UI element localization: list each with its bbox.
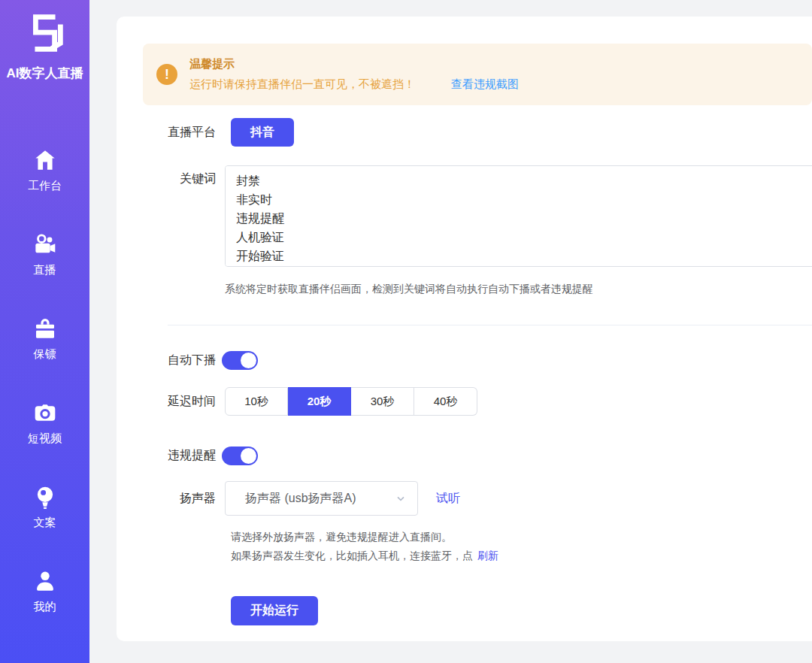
app-title: AI数字人直播 <box>7 65 83 82</box>
delay-label: 延迟时间 <box>168 394 216 410</box>
auto-stop-label: 自动下播 <box>168 353 216 368</box>
sidebar-item-mine[interactable]: 我的 <box>33 569 57 614</box>
auto-stop-toggle[interactable] <box>222 351 258 370</box>
banner-title: 温馨提示 <box>189 57 519 71</box>
view-violation-screenshot-link[interactable]: 查看违规截图 <box>451 77 519 92</box>
platform-row: 直播平台 抖音 <box>168 118 812 147</box>
sidebar-item-label: 我的 <box>34 600 56 614</box>
sidebar-item-label: 短视频 <box>28 431 62 446</box>
home-icon <box>33 148 57 172</box>
start-run-button[interactable]: 开始运行 <box>231 596 318 625</box>
keywords-label: 关键词 <box>168 165 216 187</box>
sidebar-item-label: 直播 <box>34 263 56 277</box>
delay-option-40s[interactable]: 40秒 <box>414 387 477 416</box>
speaker-label: 扬声器 <box>168 491 216 507</box>
violation-alert-row: 违规提醒 <box>168 447 812 465</box>
briefcase-icon <box>33 316 57 341</box>
sidebar-item-bodyguard[interactable]: 保镖 <box>33 316 57 362</box>
keywords-row: 关键词 封禁 非实时 违规提醒 人机验证 开始验证 <box>168 165 812 270</box>
sidebar-item-shortvideo[interactable]: 短视频 <box>28 401 62 446</box>
sidebar-item-live[interactable]: 直播 <box>33 232 57 277</box>
keywords-textarea[interactable]: 封禁 非实时 违规提醒 人机验证 开始验证 <box>225 165 812 267</box>
delay-option-20s[interactable]: 20秒 <box>288 387 351 416</box>
speaker-hint-line2: 如果扬声器发生变化，比如插入耳机，连接蓝牙，点 刷新 <box>231 546 812 565</box>
refresh-link[interactable]: 刷新 <box>477 549 498 562</box>
violation-alert-label: 违规提醒 <box>168 448 216 464</box>
sidebar-item-label: 文案 <box>34 516 56 530</box>
sidebar-item-label: 工作台 <box>28 179 62 193</box>
app-logo-icon <box>22 11 68 57</box>
user-icon <box>33 569 57 593</box>
platform-label: 直播平台 <box>168 125 216 141</box>
sidebar-item-copywriting[interactable]: 文案 <box>33 485 57 530</box>
speaker-hint-line1: 请选择外放扬声器，避免违规提醒进入直播间。 <box>231 528 812 546</box>
delay-options-group: 10秒 20秒 30秒 40秒 <box>225 387 477 416</box>
speaker-row: 扬声器 扬声器 (usb扬声器A) 试听 <box>168 481 812 516</box>
banner-message: 运行时请保持直播伴侣一直可见，不被遮挡！ <box>189 77 415 92</box>
camera-icon <box>33 401 57 425</box>
delay-option-10s[interactable]: 10秒 <box>225 387 288 416</box>
keywords-hint: 系统将定时获取直播伴侣画面，检测到关键词将自动执行自动下播或者违规提醒 <box>225 283 812 296</box>
delay-option-30s[interactable]: 30秒 <box>351 387 414 416</box>
speaker-select[interactable]: 扬声器 (usb扬声器A) <box>225 481 418 516</box>
sidebar-item-workbench[interactable]: 工作台 <box>28 148 62 193</box>
sidebar-item-label: 保镖 <box>34 347 56 362</box>
section-divider <box>168 325 812 325</box>
speaker-select-value: 扬声器 (usb扬声器A) <box>245 491 395 507</box>
chevron-down-icon <box>395 492 407 504</box>
platform-douyin-button[interactable]: 抖音 <box>231 118 294 147</box>
warning-banner: ! 温馨提示 运行时请保持直播伴侣一直可见，不被遮挡！ 查看违规截图 <box>143 44 812 105</box>
delay-row: 延迟时间 10秒 20秒 30秒 40秒 <box>168 387 812 416</box>
sidebar-nav: 工作台 直播 保镖 短视频 <box>28 148 62 653</box>
auto-stop-row: 自动下播 <box>168 351 812 370</box>
violation-alert-toggle[interactable] <box>222 447 258 465</box>
video-camera-icon <box>33 232 57 256</box>
warning-icon: ! <box>156 64 177 85</box>
speaker-hint: 请选择外放扬声器，避免违规提醒进入直播间。 如果扬声器发生变化，比如插入耳机，连… <box>231 528 812 565</box>
test-audio-link[interactable]: 试听 <box>436 491 460 507</box>
sidebar: AI数字人直播 工作台 直播 保镖 <box>0 0 89 663</box>
main-panel: ! 温馨提示 运行时请保持直播伴侣一直可见，不被遮挡！ 查看违规截图 直播平台 … <box>117 17 812 641</box>
lightbulb-icon <box>33 485 57 509</box>
